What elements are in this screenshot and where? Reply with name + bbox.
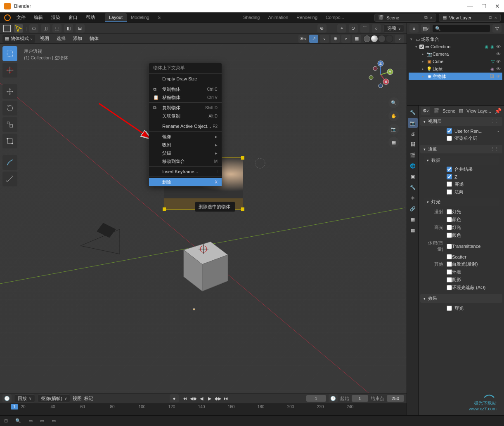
tree-light[interactable]: ▸💡Light◉👁: [409, 65, 502, 73]
chk-transmittance[interactable]: [447, 244, 452, 249]
chk-shadow[interactable]: [447, 277, 452, 282]
close-button[interactable]: ✕: [495, 3, 500, 9]
timeline-marker-menu[interactable]: 标记: [84, 395, 93, 402]
gizmo-toggle[interactable]: ↗: [309, 35, 318, 43]
viewlayer-selector[interactable]: ▤ View Layer ⧉ ×: [439, 14, 501, 22]
end-frame[interactable]: 250: [387, 395, 404, 402]
outliner-tree[interactable]: ▾▭场景集合 ▾▭Collection◉◉👁 ▸📷Camera👁 ▸▣Cube▽…: [407, 34, 504, 105]
tree-camera[interactable]: ▸📷Camera👁: [409, 50, 502, 58]
keyframe-prev[interactable]: ◀◆: [189, 395, 197, 402]
cm-rename[interactable]: Rename Active Object...F2: [149, 122, 222, 130]
menu-file[interactable]: 文件: [13, 13, 29, 22]
chk-spec-color[interactable]: [447, 233, 452, 238]
chk-bloom[interactable]: [447, 306, 452, 311]
shading-modes[interactable]: [363, 35, 393, 43]
camera-view-button[interactable]: 📷: [388, 124, 399, 134]
pivot-button[interactable]: ⊙: [349, 24, 358, 33]
tool-rotate[interactable]: [2, 101, 17, 115]
jump-start[interactable]: ⏮: [181, 395, 189, 402]
tool-transform[interactable]: [2, 134, 17, 148]
chk-normal[interactable]: [447, 189, 452, 195]
cm-delete[interactable]: 删除X: [149, 178, 222, 186]
menu-window[interactable]: 窗口: [65, 13, 81, 22]
tab-animation[interactable]: Animation: [264, 13, 292, 22]
autokey-toggle[interactable]: ●: [170, 394, 179, 402]
cm-copy-objects[interactable]: ⧉复制物体Ctrl C: [149, 85, 222, 93]
prop-tab-render[interactable]: 📷: [408, 118, 418, 128]
visibility-dropdown[interactable]: 👁 v: [298, 35, 308, 43]
playhead[interactable]: 1: [11, 404, 18, 410]
select-menu[interactable]: 选择: [54, 34, 68, 43]
blender-menu-icon[interactable]: [3, 14, 12, 22]
prop-tab-scene[interactable]: 🎬: [408, 150, 418, 160]
cm-insert-keyframe[interactable]: Insert Keyframe...I: [149, 167, 222, 176]
overlay-toggle[interactable]: ⊕: [331, 35, 340, 43]
panel-effects[interactable]: ▾效果: [420, 294, 502, 303]
prop-tab-object[interactable]: ▣: [408, 172, 418, 181]
panel-passes[interactable]: ▾通道⋮⋮: [420, 145, 502, 153]
tool-move[interactable]: [2, 84, 17, 99]
keying-dropdown[interactable]: 抠像(插帧) v: [38, 394, 71, 402]
prop-tab-world[interactable]: 🌐: [408, 161, 418, 171]
cm-duplicate-linked[interactable]: 关联复制Alt D: [149, 112, 222, 120]
start-frame[interactable]: 1: [352, 395, 368, 402]
prop-tab-constraints[interactable]: 🔗: [408, 204, 418, 214]
play-reverse[interactable]: ◀: [198, 395, 205, 402]
maximize-button[interactable]: ☐: [481, 3, 487, 9]
chk-diffuse-color[interactable]: [447, 217, 452, 222]
cm-move-to-collection[interactable]: 移动到集合M: [149, 157, 222, 165]
tool-scale[interactable]: [2, 117, 17, 132]
preview-range-toggle[interactable]: 🕐: [329, 394, 338, 402]
zoom-button[interactable]: 🔍: [388, 97, 399, 108]
tree-empty-selected[interactable]: ▸⊞空物体🖼👁: [409, 73, 502, 80]
overlay-dropdown[interactable]: v: [341, 35, 350, 43]
prop-options-button[interactable]: ⚙v: [421, 107, 430, 115]
play[interactable]: ▶: [206, 395, 213, 402]
editor-type-button[interactable]: [2, 24, 12, 33]
tab-compositing[interactable]: Compo...: [322, 13, 348, 22]
proportional-button[interactable]: ○: [372, 24, 381, 33]
pan-button[interactable]: ✋: [388, 111, 399, 121]
tool-cursor[interactable]: [2, 63, 17, 78]
timeline-view-menu[interactable]: 视图: [73, 395, 82, 402]
object-menu[interactable]: 物体: [87, 34, 101, 43]
chk-z[interactable]: [447, 174, 452, 179]
select-tool-icon[interactable]: [14, 24, 23, 33]
chk-diffuse-light[interactable]: [447, 209, 452, 214]
outliner-editor-button[interactable]: ≡: [409, 24, 419, 33]
cm-paste-objects[interactable]: 📋粘贴物体Ctrl V: [149, 93, 222, 101]
drag-action-button[interactable]: ⊕: [317, 24, 327, 33]
navigation-gizmo[interactable]: Z Y X: [366, 60, 395, 89]
tree-scene-collection[interactable]: ▾▭场景集合: [409, 35, 502, 43]
timeline-editor-button[interactable]: 🕐: [2, 394, 12, 402]
outliner-search[interactable]: 🔍: [433, 25, 490, 32]
select-mode-4[interactable]: ◧: [64, 24, 73, 33]
panel-viewlayer[interactable]: ▾视图层⋮⋮: [420, 117, 502, 126]
jump-end[interactable]: ⏭: [222, 395, 230, 402]
tree-cube[interactable]: ▸▣Cube▽👁: [409, 58, 502, 65]
tool-measure[interactable]: [2, 172, 17, 186]
gizmo-dropdown[interactable]: v: [320, 35, 329, 43]
menu-help[interactable]: 帮助: [83, 13, 98, 22]
3d-viewport[interactable]: 用户透视 (1) Collection | 空物体: [0, 44, 407, 393]
chk-env[interactable]: [447, 269, 452, 275]
prop-tab-data[interactable]: ▦: [408, 214, 418, 224]
select-mode-2[interactable]: ◫: [41, 24, 50, 33]
view-menu[interactable]: 视图: [38, 34, 52, 43]
outliner-filter[interactable]: ▽: [492, 24, 502, 33]
select-mode-5[interactable]: ⊞: [76, 24, 85, 33]
prop-tab-viewlayer[interactable]: 🖼: [408, 139, 418, 149]
pin-icon[interactable]: 📌: [495, 108, 502, 114]
chk-scatter[interactable]: [447, 254, 452, 259]
select-mode-3[interactable]: ⬚: [52, 24, 62, 33]
chk-emit[interactable]: [447, 261, 452, 267]
select-mode-1[interactable]: ▭: [29, 24, 38, 33]
mode-selector[interactable]: ▦ 物体模式 v: [2, 35, 35, 43]
menu-edit[interactable]: 编辑: [31, 13, 46, 22]
xray-toggle[interactable]: ▦: [352, 35, 361, 43]
chk-single-layer[interactable]: [447, 136, 452, 141]
cm-mirror[interactable]: 镜像▸: [149, 132, 222, 141]
chk-use-for-rendering[interactable]: [447, 128, 452, 134]
outliner-display-mode[interactable]: ▤v: [421, 24, 430, 33]
cm-snap[interactable]: 吸附▸: [149, 141, 222, 149]
